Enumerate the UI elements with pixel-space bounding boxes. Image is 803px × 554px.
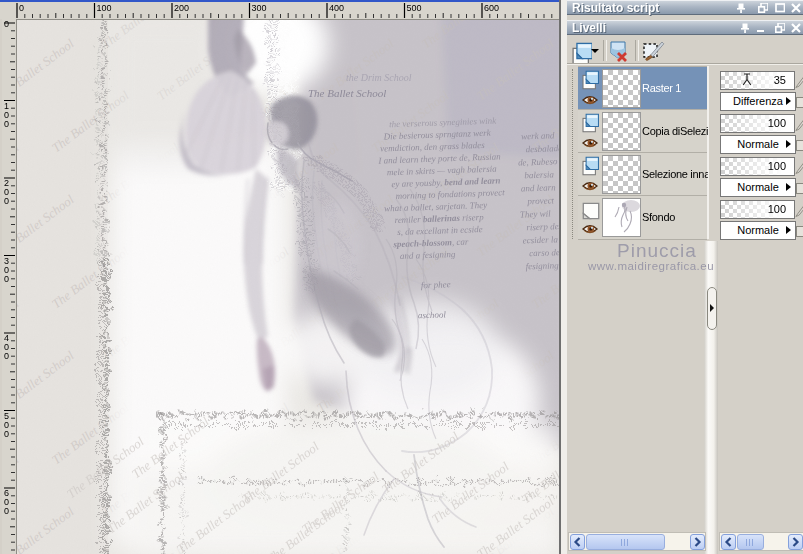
- svg-text:0: 0: [4, 429, 9, 439]
- svg-text:0: 0: [4, 506, 9, 516]
- svg-text:0: 0: [4, 196, 9, 206]
- svg-text:500: 500: [407, 3, 422, 13]
- svg-text:0: 0: [4, 119, 9, 129]
- svg-text:300: 300: [252, 3, 267, 13]
- svg-text:200: 200: [174, 3, 189, 13]
- svg-text:0: 0: [4, 351, 9, 361]
- svg-text:400: 400: [329, 3, 344, 13]
- svg-text:0: 0: [4, 274, 9, 284]
- svg-text:100: 100: [97, 3, 112, 13]
- svg-text:0: 0: [4, 19, 9, 29]
- svg-text:0: 0: [19, 3, 24, 13]
- svg-text:600: 600: [484, 3, 499, 13]
